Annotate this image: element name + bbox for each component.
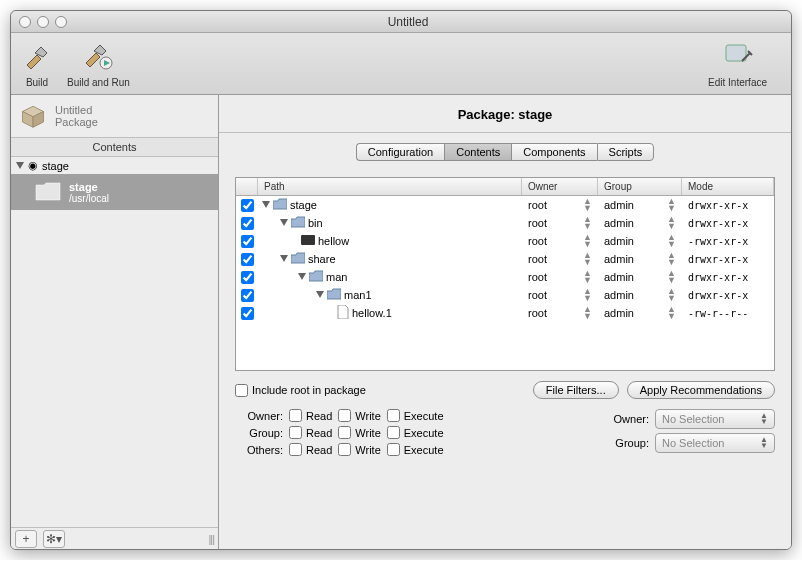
group-select-label: Group: [601, 437, 649, 449]
stepper-icon[interactable]: ▲▼ [583, 270, 592, 284]
table-row[interactable]: manroot▲▼admin▲▼drwxr-xr-x [236, 268, 774, 286]
sidebar-head-title: Untitled [55, 104, 98, 116]
others-execute-checkbox[interactable]: Execute [387, 443, 444, 456]
others-read-checkbox[interactable]: Read [289, 443, 332, 456]
table-row[interactable]: hellowroot▲▼admin▲▼-rwxr-xr-x [236, 232, 774, 250]
row-checkbox[interactable] [241, 271, 254, 284]
owner-select[interactable]: No Selection ▲▼ [655, 409, 775, 429]
build-and-run-button[interactable]: Build and Run [67, 39, 130, 88]
owner-execute-checkbox[interactable]: Execute [387, 409, 444, 422]
mode-value: drwxr-xr-x [682, 272, 774, 283]
row-checkbox[interactable] [241, 235, 254, 248]
build-run-label: Build and Run [67, 77, 130, 88]
disclosure-triangle-icon[interactable] [280, 253, 288, 265]
owner-value: root [528, 271, 547, 283]
disclosure-triangle-icon[interactable] [262, 199, 270, 211]
group-read-checkbox[interactable]: Read [289, 426, 332, 439]
group-value: admin [604, 271, 634, 283]
sidebar-package-header[interactable]: Untitled Package [11, 95, 218, 138]
stepper-icon[interactable]: ▲▼ [667, 306, 676, 320]
table-row[interactable]: stageroot▲▼admin▲▼drwxr-xr-x [236, 196, 774, 214]
include-root-checkbox[interactable]: Include root in package [235, 384, 366, 397]
owner-value: root [528, 199, 547, 211]
disclosure-triangle-icon[interactable] [316, 289, 324, 301]
file-table: Path Owner Group Mode stageroot▲▼admin▲▼… [235, 177, 775, 371]
row-checkbox[interactable] [241, 253, 254, 266]
mode-value: drwxr-xr-x [682, 200, 774, 211]
group-value: admin [604, 235, 634, 247]
page-title: Package: stage [219, 95, 791, 133]
tab-contents[interactable]: Contents [444, 143, 511, 161]
hammer-icon [21, 39, 53, 75]
others-write-checkbox[interactable]: Write [338, 443, 380, 456]
sidebar-footer: + ✻▾ ||| [11, 527, 218, 549]
action-menu-button[interactable]: ✻▾ [43, 530, 65, 548]
table-row[interactable]: binroot▲▼admin▲▼drwxr-xr-x [236, 214, 774, 232]
permissions-area: Owner: Read Write Execute Group: Read Wr… [235, 409, 775, 456]
stepper-icon[interactable]: ▲▼ [583, 234, 592, 248]
stepper-icon[interactable]: ▲▼ [667, 270, 676, 284]
col-group[interactable]: Group [598, 178, 682, 195]
apply-recommendations-button[interactable]: Apply Recommendations [627, 381, 775, 399]
sidebar-item-stage[interactable]: stage /usr/local [11, 174, 218, 210]
tab-configuration[interactable]: Configuration [356, 143, 444, 161]
group-write-checkbox[interactable]: Write [338, 426, 380, 439]
exec-icon [301, 234, 315, 248]
add-button[interactable]: + [15, 530, 37, 548]
stepper-icon[interactable]: ▲▼ [583, 198, 592, 212]
sidebar-head-sub: Package [55, 116, 98, 128]
build-button[interactable]: Build [21, 39, 53, 88]
owner-value: root [528, 253, 547, 265]
col-mode[interactable]: Mode [682, 178, 774, 195]
disclosure-triangle-icon[interactable] [280, 217, 288, 229]
group-execute-checkbox[interactable]: Execute [387, 426, 444, 439]
sidebar-item-path: /usr/local [69, 193, 109, 204]
row-checkbox[interactable] [241, 307, 254, 320]
owner-read-checkbox[interactable]: Read [289, 409, 332, 422]
stepper-icon[interactable]: ▲▼ [667, 234, 676, 248]
folder-icon [309, 270, 323, 284]
row-checkbox[interactable] [241, 217, 254, 230]
tree-item-label: stage [42, 160, 69, 172]
owner-value: root [528, 235, 547, 247]
stepper-icon[interactable]: ▲▼ [583, 306, 592, 320]
folder-icon [273, 198, 287, 212]
edit-interface-button[interactable]: Edit Interface [708, 39, 767, 88]
stepper-icon[interactable]: ▲▼ [583, 216, 592, 230]
hammer-play-icon [82, 39, 114, 75]
file-name: hellow.1 [352, 307, 392, 319]
main-panel: Package: stage ConfigurationContentsComp… [219, 95, 791, 549]
file-filters-button[interactable]: File Filters... [533, 381, 619, 399]
resize-grip-icon[interactable]: ||| [208, 533, 214, 545]
tab-bar: ConfigurationContentsComponentsScripts [219, 133, 791, 165]
row-checkbox[interactable] [241, 289, 254, 302]
folder-icon [291, 216, 305, 230]
stepper-icon[interactable]: ▲▼ [667, 198, 676, 212]
stepper-icon[interactable]: ▲▼ [667, 252, 676, 266]
stepper-icon[interactable]: ▲▼ [583, 288, 592, 302]
svg-rect-2 [301, 235, 315, 245]
disclosure-triangle-icon[interactable] [15, 160, 24, 172]
stepper-icon: ▲▼ [760, 413, 768, 425]
stepper-icon[interactable]: ▲▼ [667, 288, 676, 302]
tab-components[interactable]: Components [511, 143, 596, 161]
stepper-icon[interactable]: ▲▼ [667, 216, 676, 230]
owner-write-checkbox[interactable]: Write [338, 409, 380, 422]
titlebar: Untitled [11, 11, 791, 33]
sidebar-tree: ◉ stage stage /usr/local [11, 157, 218, 527]
disclosure-triangle-icon[interactable] [298, 271, 306, 283]
perm-owner-label: Owner: [235, 410, 283, 422]
col-path[interactable]: Path [258, 178, 522, 195]
tab-scripts[interactable]: Scripts [597, 143, 655, 161]
file-name: share [308, 253, 336, 265]
stepper-icon: ▲▼ [760, 437, 768, 449]
table-row[interactable]: hellow.1root▲▼admin▲▼-rw-r--r-- [236, 304, 774, 322]
table-row[interactable]: man1root▲▼admin▲▼drwxr-xr-x [236, 286, 774, 304]
stepper-icon[interactable]: ▲▼ [583, 252, 592, 266]
table-row[interactable]: shareroot▲▼admin▲▼drwxr-xr-x [236, 250, 774, 268]
tree-item-stage[interactable]: ◉ stage [11, 157, 218, 174]
row-checkbox[interactable] [241, 199, 254, 212]
col-owner[interactable]: Owner [522, 178, 598, 195]
group-select[interactable]: No Selection ▲▼ [655, 433, 775, 453]
sidebar-item-name: stage [69, 181, 109, 193]
